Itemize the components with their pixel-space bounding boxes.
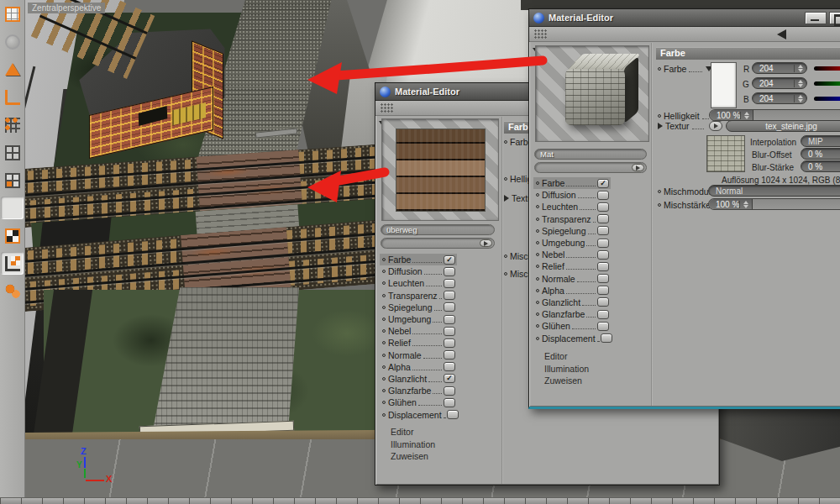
channel-checkbox[interactable]: [597, 202, 609, 212]
material-editor-window-front[interactable]: Material-Editor Mat: [528, 8, 840, 409]
channel-row[interactable]: Spiegelung: [533, 225, 611, 237]
nav-forward-icon[interactable]: [632, 164, 644, 171]
channel-row[interactable]: Glühen: [380, 396, 457, 408]
channel-checkbox[interactable]: [597, 274, 609, 283]
material-preview[interactable]: [535, 45, 649, 142]
material-name-field[interactable]: überweg: [381, 224, 495, 235]
texture-row-label[interactable]: Textur: [658, 121, 704, 131]
orange-triangle-tool-icon[interactable]: [1, 58, 24, 81]
section-item[interactable]: Zuweisen: [533, 375, 611, 386]
channel-checkbox[interactable]: [597, 286, 609, 295]
channel-row[interactable]: Umgebung: [533, 237, 611, 249]
section-item[interactable]: Illumination: [380, 438, 457, 449]
axis-corner-icon[interactable]: [1, 86, 24, 108]
channel-checkbox[interactable]: [597, 191, 609, 200]
point-edit-lattice-icon[interactable]: [1, 197, 24, 219]
channel-row[interactable]: Glühen: [533, 320, 611, 332]
g-gradient-slider[interactable]: [814, 81, 840, 86]
g-value-field[interactable]: 204: [752, 77, 807, 89]
channel-checkbox[interactable]: [444, 386, 455, 396]
channel-row[interactable]: Leuchten: [380, 277, 457, 289]
channel-row[interactable]: Glanzfarbe: [380, 385, 457, 396]
channel-checkbox[interactable]: [597, 310, 609, 319]
channel-row[interactable]: Leuchten: [533, 201, 611, 213]
channel-row[interactable]: Farbe: [380, 254, 457, 265]
color-swatch[interactable]: [711, 62, 737, 108]
channel-checkbox[interactable]: [444, 374, 455, 383]
channel-checkbox[interactable]: [597, 322, 609, 331]
render-globe-disabled-icon[interactable]: [1, 30, 24, 53]
channel-checkbox[interactable]: [444, 350, 455, 360]
nav-forward-icon[interactable]: [480, 239, 492, 247]
channel-checkbox[interactable]: [444, 291, 455, 300]
channel-row[interactable]: Farbe: [533, 177, 611, 189]
channel-checkbox[interactable]: [444, 267, 455, 276]
window-titlebar[interactable]: Material-Editor: [529, 9, 840, 27]
channel-row[interactable]: Glanzlicht: [533, 297, 611, 308]
b-gradient-slider[interactable]: [814, 97, 840, 101]
channel-row[interactable]: Normale: [533, 273, 611, 285]
channel-checkbox[interactable]: [597, 250, 609, 260]
channel-row[interactable]: Alpha: [533, 285, 611, 297]
channel-row[interactable]: Umgebung: [380, 313, 457, 325]
r-gradient-slider[interactable]: [814, 66, 840, 71]
channel-checkbox[interactable]: [597, 297, 609, 307]
channel-checkbox[interactable]: [444, 362, 455, 371]
channel-checkbox[interactable]: [444, 398, 455, 407]
interpolation-dropdown[interactable]: MIP: [801, 135, 840, 147]
channel-row[interactable]: Nebel: [380, 325, 457, 337]
channel-checkbox[interactable]: [597, 262, 609, 271]
window-panes-icon[interactable]: [1, 141, 24, 164]
blend-strength-slider[interactable]: 100 %: [708, 198, 840, 210]
drag-grip-icon[interactable]: [381, 103, 394, 113]
channel-row[interactable]: Transparenz: [533, 213, 611, 225]
channel-checkbox[interactable]: [444, 327, 455, 336]
channel-row[interactable]: Relief: [533, 260, 611, 272]
channel-checkbox[interactable]: [597, 239, 609, 248]
b-value-field[interactable]: 204: [752, 92, 807, 104]
texture-menu-button[interactable]: [709, 121, 722, 131]
channel-row[interactable]: Transparenz: [380, 290, 457, 302]
channel-row[interactable]: Glanzfarbe: [533, 308, 611, 320]
material-nav-field[interactable]: [534, 162, 647, 173]
minimize-button[interactable]: [805, 12, 827, 24]
section-item[interactable]: Editor: [380, 426, 457, 438]
material-name-field[interactable]: Mat: [534, 149, 647, 160]
material-nav-field[interactable]: [381, 238, 495, 249]
section-item[interactable]: Editor: [533, 350, 611, 362]
color-row-label[interactable]: Farbe: [658, 64, 712, 74]
brightness-slider[interactable]: 100 %: [709, 109, 840, 121]
checkerboard-icon[interactable]: [1, 224, 24, 247]
channel-checkbox[interactable]: [444, 339, 455, 348]
channel-checkbox[interactable]: [597, 179, 609, 188]
channel-row[interactable]: Displacement: [533, 332, 611, 344]
channel-row[interactable]: Diffusion: [533, 189, 611, 201]
channel-checkbox[interactable]: [444, 279, 455, 288]
channel-row[interactable]: Nebel: [533, 249, 611, 260]
points-grid-icon[interactable]: [1, 113, 24, 136]
timeline-ruler[interactable]: [0, 497, 840, 504]
channel-row[interactable]: Displacement: [380, 408, 457, 420]
back-arrow-icon[interactable]: [777, 29, 786, 39]
channel-row[interactable]: Relief: [380, 337, 457, 349]
channel-checkbox[interactable]: [444, 315, 455, 324]
viewport-grid-icon[interactable]: [1, 3, 24, 25]
drag-grip-icon[interactable]: [534, 29, 548, 39]
channel-row[interactable]: Diffusion: [380, 265, 457, 277]
texture-thumbnail[interactable]: [706, 135, 745, 172]
maximize-button[interactable]: [829, 12, 840, 24]
blur-strength-field[interactable]: 0 %: [801, 160, 840, 172]
channel-checkbox[interactable]: [597, 214, 609, 223]
channel-checkbox[interactable]: [597, 226, 609, 235]
channel-row[interactable]: Normale: [380, 349, 457, 361]
material-preview[interactable]: [381, 118, 499, 221]
section-item[interactable]: Illumination: [533, 362, 611, 374]
channel-checkbox[interactable]: [444, 302, 455, 312]
blur-offset-field[interactable]: 0 %: [801, 148, 840, 160]
channel-checkbox[interactable]: [447, 410, 459, 419]
channel-checkbox[interactable]: [444, 255, 455, 265]
channel-row[interactable]: Alpha: [380, 361, 457, 373]
blend-mode-dropdown[interactable]: Normal: [708, 185, 840, 197]
viewport-name-label[interactable]: Zentralperspektive: [28, 3, 105, 13]
channel-checkbox[interactable]: [601, 333, 612, 343]
